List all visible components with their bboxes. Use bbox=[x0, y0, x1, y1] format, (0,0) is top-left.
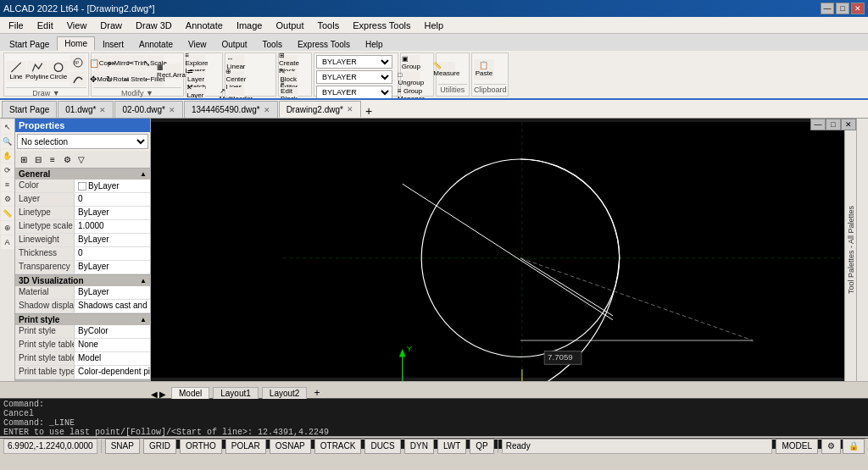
layer-value[interactable]: 0 bbox=[75, 193, 150, 206]
menu-express[interactable]: Express Tools bbox=[346, 19, 417, 32]
drawing-canvas-area[interactable]: — □ ✕ bbox=[151, 119, 856, 381]
measure-button[interactable]: 📏 Measure bbox=[438, 62, 455, 77]
rectangular-array-button[interactable]: ▦ Rect.Array bbox=[164, 64, 181, 79]
menu-file[interactable]: File bbox=[2, 19, 31, 32]
canvas-minimize[interactable]: — bbox=[810, 119, 826, 130]
lineweight-value[interactable]: ByLayer bbox=[75, 234, 150, 246]
props-icon-filter[interactable]: ▽ bbox=[75, 152, 88, 166]
3point-center-button[interactable]: 3P bbox=[70, 55, 86, 70]
layout-prev[interactable]: ◀ bbox=[151, 390, 158, 399]
view-section-header[interactable]: View bbox=[15, 379, 150, 381]
orbit-tool[interactable]: ⟳ bbox=[1, 163, 14, 177]
paste-button[interactable]: 📋 Paste bbox=[474, 59, 494, 80]
linetype-dropdown[interactable]: BYLAYER bbox=[316, 70, 392, 84]
stretch-button[interactable]: ↔Stretch bbox=[129, 71, 146, 86]
circle-button[interactable]: Circle bbox=[48, 61, 69, 81]
props-icon-1[interactable]: ⊞ bbox=[17, 152, 31, 166]
dyn-button[interactable]: DYN bbox=[404, 439, 434, 454]
group-manager-button[interactable]: ≡ Group Manager bbox=[403, 87, 420, 98]
settings-icon-btn[interactable]: ⚙ bbox=[821, 439, 841, 454]
color-dropdown[interactable]: BYLAYER bbox=[316, 55, 392, 69]
grid-button[interactable]: GRID bbox=[143, 439, 176, 454]
close-01dwg[interactable]: ✕ bbox=[99, 106, 106, 114]
layout-1[interactable]: Layout1 bbox=[213, 387, 259, 399]
arc-button[interactable] bbox=[70, 71, 86, 86]
polar-button[interactable]: POLAR bbox=[225, 439, 266, 454]
snap-button[interactable]: SNAP bbox=[105, 439, 140, 454]
canvas-close[interactable]: ✕ bbox=[841, 119, 856, 130]
qp-button[interactable]: QP bbox=[470, 439, 493, 454]
tab-0200dwg[interactable]: 02-00.dwg* ✕ bbox=[114, 101, 183, 118]
ungroup-button[interactable]: □ Ungroup bbox=[403, 71, 420, 86]
selection-dropdown[interactable]: No selection bbox=[17, 134, 148, 149]
tab-home[interactable]: Home bbox=[57, 36, 95, 51]
new-tab-button[interactable]: + bbox=[362, 104, 376, 118]
print-attached-value[interactable]: Model bbox=[75, 352, 150, 365]
menu-output[interactable]: Output bbox=[269, 19, 310, 32]
shadow-value[interactable]: Shadows cast and c... bbox=[75, 300, 150, 312]
menu-annotate[interactable]: Annotate bbox=[179, 19, 230, 32]
mirror-button[interactable]: ⇔Mirror bbox=[111, 55, 128, 70]
close-button[interactable]: ✕ bbox=[851, 3, 865, 14]
general-section-header[interactable]: General bbox=[15, 168, 150, 180]
menu-tools[interactable]: Tools bbox=[310, 19, 346, 32]
tab-drawing2dwg[interactable]: Drawing2.dwg* ✕ bbox=[279, 101, 361, 118]
material-value[interactable]: ByLayer bbox=[75, 286, 150, 299]
properties-tool[interactable]: ⚙ bbox=[1, 192, 14, 206]
annotate-tool[interactable]: A bbox=[1, 235, 14, 249]
tab-1344[interactable]: 1344465490.dwg* ✕ bbox=[184, 101, 278, 118]
linetype-value[interactable]: ByLayer bbox=[75, 207, 150, 219]
edit-block-attr-button[interactable]: ≡ Edit Block Attr bbox=[281, 87, 298, 98]
tab-start-page-file[interactable]: Start Page bbox=[2, 101, 57, 118]
props-icon-2[interactable]: ⊟ bbox=[31, 152, 45, 166]
maximize-button[interactable]: □ bbox=[836, 3, 849, 14]
close-1344[interactable]: ✕ bbox=[264, 106, 270, 114]
linetype-scale-value[interactable]: 1.0000 bbox=[75, 220, 150, 233]
lock-icon-btn[interactable]: 🔒 bbox=[843, 439, 865, 454]
layout-next[interactable]: ▶ bbox=[159, 390, 166, 399]
osnap-button[interactable]: OSNAP bbox=[270, 439, 311, 454]
model-button[interactable]: MODEL bbox=[776, 439, 818, 454]
layer-tool[interactable]: ≡ bbox=[1, 178, 14, 191]
group-button[interactable]: ▣ Group bbox=[403, 55, 420, 70]
tab-express-tools[interactable]: Express Tools bbox=[290, 37, 358, 51]
center-lines-button[interactable]: ⊕ Center Lines bbox=[227, 71, 244, 86]
multileader-button[interactable]: ↗ Multileader bbox=[227, 87, 244, 98]
layer-delete-button[interactable]: ✕ Layer Delete bbox=[188, 87, 205, 98]
layout-model[interactable]: Model bbox=[171, 387, 209, 399]
select-tool[interactable]: ↖ bbox=[1, 120, 14, 134]
menu-draw3d[interactable]: Draw 3D bbox=[129, 19, 179, 32]
props-icon-4[interactable]: ⚙ bbox=[60, 152, 74, 166]
tab-start-page[interactable]: Start Page bbox=[2, 37, 57, 51]
layout-2[interactable]: Layout2 bbox=[262, 387, 308, 399]
tab-01dwg[interactable]: 01.dwg* ✕ bbox=[58, 101, 114, 118]
polyline-button[interactable]: Polyline bbox=[27, 61, 47, 81]
color-value[interactable]: ByLayer bbox=[75, 180, 150, 192]
pan-tool[interactable]: ✋ bbox=[1, 149, 14, 163]
menu-view[interactable]: View bbox=[60, 19, 94, 32]
menu-image[interactable]: Image bbox=[230, 19, 270, 32]
lwt-button[interactable]: LWT bbox=[437, 439, 466, 454]
zoom-tool[interactable]: 🔍 bbox=[1, 135, 14, 148]
menu-edit[interactable]: Edit bbox=[31, 19, 60, 32]
tab-output[interactable]: Output bbox=[214, 37, 255, 51]
tab-insert[interactable]: Insert bbox=[95, 37, 131, 51]
tab-help[interactable]: Help bbox=[358, 37, 391, 51]
print-style-section-header[interactable]: Print style bbox=[15, 313, 150, 325]
measure-tool2[interactable]: 📏 bbox=[1, 207, 14, 220]
tab-tools[interactable]: Tools bbox=[255, 37, 290, 51]
tab-annotate[interactable]: Annotate bbox=[131, 37, 181, 51]
ortho-button[interactable]: ORTHO bbox=[180, 439, 222, 454]
transparency-value[interactable]: ByLayer bbox=[75, 261, 150, 274]
tab-view[interactable]: View bbox=[181, 37, 214, 51]
close-drawing2[interactable]: ✕ bbox=[347, 105, 353, 113]
close-0200dwg[interactable]: ✕ bbox=[169, 106, 175, 114]
menu-draw[interactable]: Draw bbox=[93, 19, 129, 32]
otrack-button[interactable]: OTRACK bbox=[314, 439, 362, 454]
print-style-value[interactable]: ByColor bbox=[75, 325, 150, 338]
3d-viz-section-header[interactable]: 3D Visualization bbox=[15, 274, 150, 286]
ducs-button[interactable]: DUCS bbox=[364, 439, 400, 454]
snap-tool[interactable]: ⊕ bbox=[1, 221, 14, 235]
line-button[interactable]: Line bbox=[6, 61, 26, 81]
lineweight-dropdown[interactable]: BYLAYER bbox=[316, 86, 392, 98]
